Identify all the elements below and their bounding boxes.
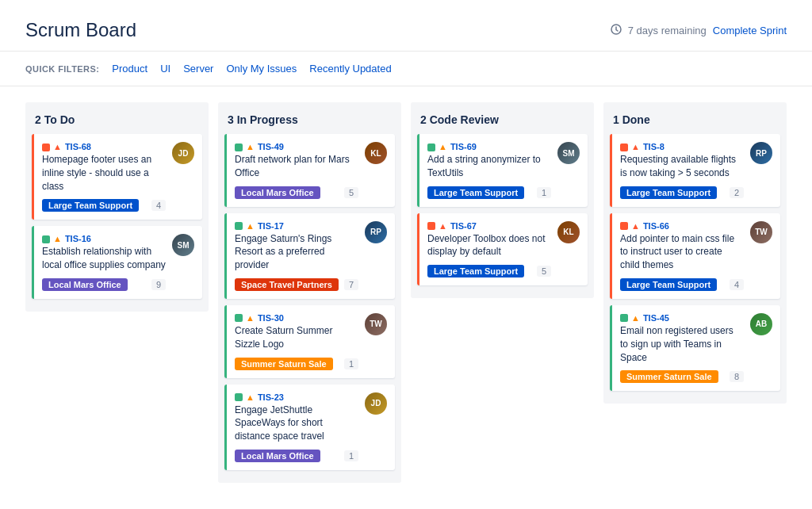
filter-server[interactable]: Server [183,63,213,75]
sprint-info: 7 days remaining Complete Sprint [611,24,787,37]
priority-icon: ▲ [631,142,640,151]
table-row[interactable]: ▲ TIS-17 Engage Saturn's Rings Resort as… [224,213,395,299]
filter-recently-updated[interactable]: Recently Updated [309,63,391,75]
card-count: 1 [344,358,358,369]
table-row[interactable]: ▲ TIS-45 Email non registered users to s… [610,305,780,391]
card-title: Email non registered users to sign up wi… [620,324,744,364]
scrum-board: 2 To Do ▲ TIS-68 Homepage footer uses an… [0,86,812,499]
table-row[interactable]: ▲ TIS-67 Developer Toolbox does not disp… [417,213,588,286]
table-row[interactable]: ▲ TIS-30 Create Saturn Summer Sizzle Log… [224,305,395,378]
avatar: JD [365,392,387,415]
priority-icon: ▲ [631,221,640,231]
table-row[interactable]: ▲ TIS-69 Add a string anonymizer to Text… [417,134,588,207]
column-done: 1 Done ▲ TIS-8 Requesting available flig… [603,102,787,404]
card-label: Large Team Support [427,186,524,199]
card-id: TIS-30 [258,313,284,323]
card-count: 7 [344,279,358,290]
card-label: Large Team Support [42,199,139,212]
avatar: SM [557,142,580,164]
complete-sprint-button[interactable]: Complete Sprint [713,25,787,36]
avatar: RP [365,221,387,243]
avatar: AB [750,313,772,335]
issue-type-icon [620,144,628,151]
card-title: Engage Saturn's Rings Resort as a prefer… [235,232,358,272]
priority-icon: ▲ [53,142,62,151]
card-label: Large Team Support [620,186,717,199]
avatar: TW [750,221,772,243]
card-title: Engage JetShuttle SpaceWays for short di… [235,404,358,443]
avatar: RP [750,142,772,164]
column-inprogress: 3 In Progress ▲ TIS-49 Draft network pla… [218,102,401,483]
table-row[interactable]: ▲ TIS-8 Requesting available flights is … [610,134,780,207]
card-count: 8 [730,371,744,382]
issue-type-icon [620,222,628,230]
card-title: Add a string anonymizer to TextUtils [427,153,551,180]
card-count: 5 [344,187,358,198]
issue-type-icon [235,222,243,230]
issue-type-icon [42,144,50,151]
card-label: Local Mars Office [235,450,320,462]
card-label: Local Mars Office [42,278,128,291]
sprint-days: 7 days remaining [628,25,707,36]
card-count: 1 [537,187,551,198]
card-id: TIS-68 [65,142,91,151]
column-todo-header: 2 To Do [32,109,202,134]
filter-product[interactable]: Product [112,63,147,75]
table-row[interactable]: ▲ TIS-68 Homepage footer uses an inline … [32,134,202,220]
avatar: JD [172,142,194,164]
card-id: TIS-69 [450,142,477,151]
card-title: Create Saturn Summer Sizzle Logo [235,324,358,351]
issue-type-icon [235,314,243,322]
column-inprogress-header: 3 In Progress [224,109,395,134]
card-id: TIS-67 [450,221,477,231]
clock-icon [611,24,622,37]
column-done-header: 1 Done [610,109,780,134]
card-count: 4 [151,200,166,211]
column-todo: 2 To Do ▲ TIS-68 Homepage footer uses an… [25,102,209,312]
card-count: 5 [537,266,551,277]
card-count: 2 [730,187,744,198]
card-count: 9 [151,279,166,290]
card-id: TIS-45 [643,313,669,323]
table-row[interactable]: ▲ TIS-16 Establish relationship with loc… [32,226,202,299]
table-row[interactable]: ▲ TIS-66 Add pointer to main css file to… [610,213,780,299]
issue-type-icon [235,144,243,151]
card-count: 4 [730,279,744,290]
avatar: KL [557,221,580,243]
card-label: Summer Saturn Sale [235,358,333,370]
avatar: SM [172,234,194,256]
card-title: Draft network plan for Mars Office [235,153,358,180]
filter-only-my-issues[interactable]: Only My Issues [226,63,297,75]
priority-icon: ▲ [439,221,447,231]
card-id: TIS-49 [258,142,284,151]
quick-filters-label: QUICK FILTERS: [25,64,99,74]
filter-ui[interactable]: UI [160,63,170,75]
card-title: Homepage footer uses an inline style - s… [42,153,166,193]
card-count: 1 [344,450,358,461]
issue-type-icon [42,235,50,243]
card-id: TIS-23 [258,392,284,402]
issue-type-icon [235,393,243,401]
header: Scrum Board 7 days remaining Complete Sp… [0,0,812,52]
page-title: Scrum Board [25,19,136,41]
priority-icon: ▲ [246,221,255,231]
card-title: Add pointer to main css file to instruct… [620,232,744,272]
avatar: TW [365,313,387,335]
avatar: KL [365,142,387,164]
table-row[interactable]: ▲ TIS-49 Draft network plan for Mars Off… [224,134,395,207]
table-row[interactable]: ▲ TIS-23 Engage JetShuttle SpaceWays for… [224,385,395,470]
column-codereview: 2 Code Review ▲ TIS-69 Add a string anon… [411,102,594,298]
issue-type-icon [620,314,628,322]
card-label: Large Team Support [427,265,524,277]
card-id: TIS-8 [643,142,665,151]
column-codereview-header: 2 Code Review [417,109,588,134]
card-label: Local Mars Office [235,186,320,199]
priority-icon: ▲ [246,392,255,402]
quick-filters-bar: QUICK FILTERS: Product UI Server Only My… [0,52,812,86]
card-id: TIS-17 [258,221,284,231]
card-label: Space Travel Partners [235,278,339,291]
priority-icon: ▲ [246,313,255,323]
issue-type-icon [427,144,435,151]
card-title: Requesting available flights is now taki… [620,153,744,180]
issue-type-icon [427,222,435,230]
